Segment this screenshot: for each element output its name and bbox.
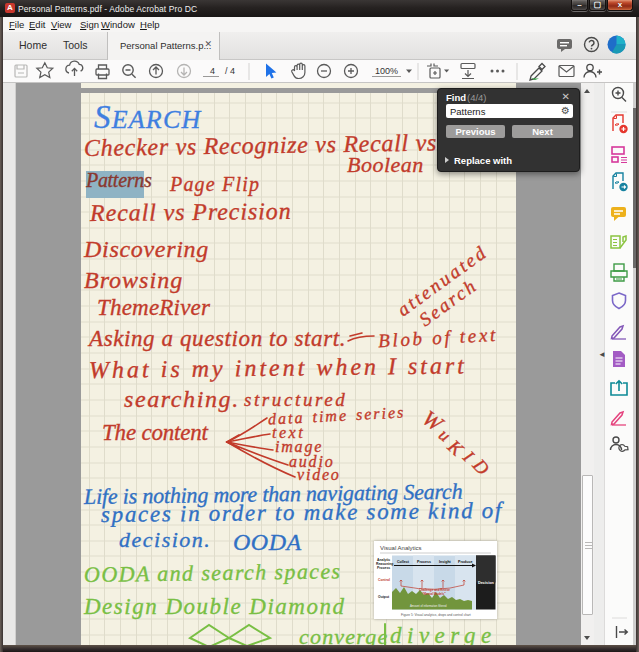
svg-text:Process: Process: [417, 560, 431, 564]
svg-text:“Mental Models”: “Mental Models”: [422, 592, 446, 596]
svg-text:Visual Analytics: Visual Analytics: [380, 545, 422, 551]
svg-text:Output: Output: [378, 595, 390, 599]
svg-text:Insight: Insight: [439, 560, 452, 564]
svg-text:Produce: Produce: [458, 560, 472, 564]
svg-text:Figure 5: Visual analytics, dr: Figure 5: Visual analytics, drops and co…: [401, 613, 471, 617]
svg-text:100%: 100%: [375, 66, 398, 76]
svg-text:Control: Control: [378, 578, 390, 582]
svg-text:Process: Process: [377, 566, 390, 570]
svg-text:/ 4: / 4: [225, 66, 235, 76]
svg-text:4: 4: [210, 66, 215, 76]
svg-text:Amount of information filtered: Amount of information filtered: [410, 604, 447, 608]
svg-text:Collect: Collect: [397, 560, 410, 564]
svg-text:Decision: Decision: [478, 581, 495, 585]
